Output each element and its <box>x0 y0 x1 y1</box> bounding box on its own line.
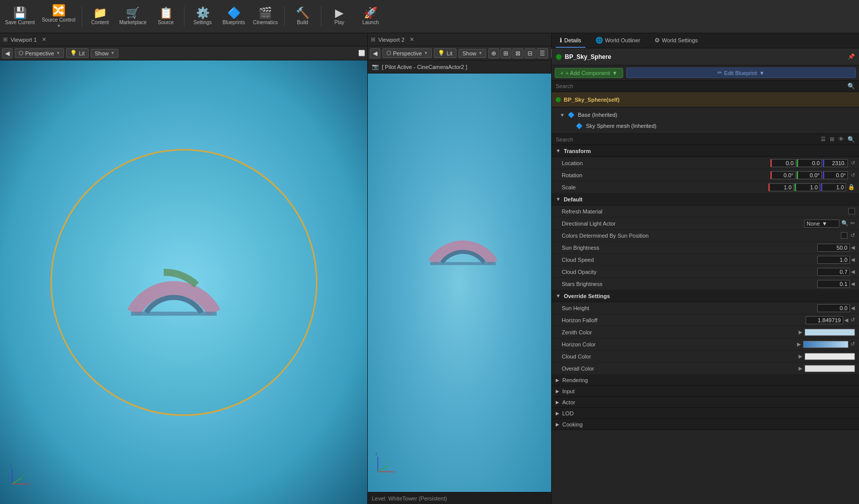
sun-height-input[interactable] <box>817 304 850 312</box>
input-section[interactable]: ▶ Input <box>552 386 859 397</box>
sun-brightness-input[interactable] <box>817 244 850 252</box>
cinematics-button[interactable]: 🎬 Cinematics <box>250 2 281 32</box>
cloud-opacity-slider-icon[interactable]: ◀ <box>851 269 855 274</box>
horizon-falloff-input[interactable] <box>806 316 843 324</box>
stars-brightness-slider-icon[interactable]: ◀ <box>851 281 855 286</box>
viewport-1-show-button[interactable]: Show ▼ <box>91 49 118 58</box>
colors-sun-label: Colors Determined By Sun Position <box>562 233 839 239</box>
launch-button[interactable]: 🚀 Launch <box>356 2 386 32</box>
svg-text:Z: Z <box>375 452 378 456</box>
viewport-2-action-icons: ⊕ ⊞ ⊠ ⊟ ☰ <box>488 48 548 58</box>
rotation-x-input[interactable] <box>770 171 796 179</box>
viewport-1-lit-button[interactable]: 💡 Lit <box>66 48 89 58</box>
directional-light-edit-icon[interactable]: ✏ <box>850 220 855 227</box>
sun-brightness-slider-icon[interactable]: ◀ <box>851 245 855 250</box>
refresh-material-checkbox[interactable] <box>848 208 855 214</box>
source-button[interactable]: 📋 Source <box>151 2 181 32</box>
cloud-speed-input[interactable] <box>817 256 850 264</box>
sun-height-slider-icon[interactable]: ◀ <box>851 305 855 311</box>
colors-sun-reset[interactable]: ↺ <box>850 232 855 239</box>
rotation-z-input[interactable] <box>823 171 848 179</box>
directional-light-dropdown[interactable]: None ▼ <box>804 220 839 228</box>
cooking-label: Cooking <box>562 421 582 427</box>
edit-blueprint-button[interactable]: ✏ Edit Blueprint ▼ <box>626 67 856 78</box>
scale-x-input[interactable] <box>768 183 794 191</box>
settings-button[interactable]: ⚙️ Settings <box>187 2 218 32</box>
play-button[interactable]: ▶ Play <box>324 2 355 32</box>
actor-section[interactable]: ▶ Actor <box>552 397 859 408</box>
cooking-section[interactable]: ▶ Cooking <box>552 419 859 430</box>
prop-search-input[interactable] <box>556 136 817 142</box>
horizon-color-label: Horizon Color <box>562 341 795 347</box>
viewport-1-perspective-button[interactable]: ⬡ Perspective ▼ <box>15 48 64 58</box>
prop-list-view-icon[interactable]: ☰ <box>819 135 827 143</box>
location-z-input[interactable] <box>823 159 848 167</box>
location-y-input[interactable] <box>797 159 822 167</box>
overall-color-expand-icon[interactable]: ▶ <box>799 366 803 371</box>
add-component-button[interactable]: + + Add Component ▼ <box>555 68 623 78</box>
horizon-color-expand-icon[interactable]: ▶ <box>797 341 801 347</box>
location-x-input[interactable] <box>770 159 796 167</box>
transform-title: Transform <box>564 148 591 154</box>
viewport-1-maximize-button[interactable]: ⬜ <box>358 50 365 56</box>
horizon-color-reset[interactable]: ↺ <box>850 341 855 347</box>
component-search-input[interactable] <box>556 83 845 89</box>
viewport-2-close-button[interactable]: ✕ <box>410 36 414 43</box>
horizon-falloff-slider-icon[interactable]: ◀ <box>844 317 848 323</box>
cloud-color-swatch[interactable] <box>805 353 855 360</box>
viewport-2-perspective-button[interactable]: ⬡ Perspective ▼ <box>382 48 432 58</box>
prop-eye-icon[interactable]: 👁 <box>837 135 845 143</box>
viewport-1-nav-button[interactable]: ◀ <box>2 48 13 58</box>
rotation-reset-button[interactable]: ↺ <box>851 172 855 178</box>
search-icon: 🔍 <box>847 83 855 90</box>
viewport-2-nav-button[interactable]: ◀ <box>370 48 380 58</box>
zenith-color-swatch[interactable] <box>805 329 855 336</box>
rotation-y-input[interactable] <box>797 171 822 179</box>
cloud-opacity-input[interactable] <box>817 268 850 276</box>
scale-y-input[interactable] <box>795 183 820 191</box>
tab-world-settings[interactable]: ⚙ World Settings <box>650 33 702 48</box>
transform-section-header[interactable]: ▼ Transform <box>552 145 859 157</box>
viewport-2-show-button[interactable]: Show ▼ <box>458 49 486 58</box>
zenith-color-row: Zenith Color ▶ <box>552 326 859 338</box>
vp2-action-3[interactable]: ⊠ <box>512 48 523 58</box>
cloud-speed-slider-icon[interactable]: ◀ <box>851 257 855 262</box>
colors-sun-row: Colors Determined By Sun Position ↺ <box>552 230 859 242</box>
tree-item-sky-mesh[interactable]: 🔷 Sky Sphere mesh (Inherited) <box>552 120 859 131</box>
directional-light-search-icon[interactable]: 🔍 <box>841 220 848 227</box>
vp2-action-1[interactable]: ⊕ <box>488 48 499 58</box>
viewport-2-canvas[interactable]: X Z Y <box>368 74 551 492</box>
vp2-action-4[interactable]: ⊟ <box>524 48 536 58</box>
scale-z-input[interactable] <box>821 183 846 191</box>
marketplace-button[interactable]: 🛒 Marketplace <box>116 2 150 32</box>
rendering-arrow: ▶ <box>556 378 559 383</box>
viewport-2-lit-button[interactable]: 💡 Lit <box>434 48 456 58</box>
colors-sun-checkbox[interactable] <box>841 232 847 239</box>
tab-world-outliner[interactable]: 🌐 World Outliner <box>591 33 644 48</box>
rendering-section[interactable]: ▶ Rendering <box>552 375 859 386</box>
viewport-1-close-button[interactable]: ✕ <box>42 36 46 43</box>
horizon-color-swatch[interactable] <box>803 341 848 348</box>
tree-item-base[interactable]: ▼ 🔷 Base (Inherited) <box>552 109 859 120</box>
overall-color-swatch[interactable] <box>805 365 855 372</box>
vp2-action-2[interactable]: ⊞ <box>500 48 511 58</box>
default-section-header[interactable]: ▼ Default <box>552 193 859 205</box>
tab-details[interactable]: ℹ Details <box>556 33 585 48</box>
location-reset-button[interactable]: ↺ <box>851 160 855 166</box>
override-section-header[interactable]: ▼ Override Settings <box>552 290 859 302</box>
save-current-button[interactable]: 💾 Save Current <box>2 2 38 32</box>
lod-section[interactable]: ▶ LOD <box>552 408 859 419</box>
viewport-1-canvas[interactable]: X Z Y <box>0 60 367 504</box>
content-button[interactable]: 📁 Content <box>85 2 115 32</box>
prop-grid-view-icon[interactable]: ⊞ <box>828 135 836 143</box>
stars-brightness-input[interactable] <box>817 280 850 288</box>
zenith-color-expand-icon[interactable]: ▶ <box>799 329 803 335</box>
source-control-button[interactable]: 🔀 Source Control ▼ <box>39 2 79 32</box>
vp2-action-5[interactable]: ☰ <box>537 48 548 58</box>
self-row[interactable]: BP_Sky_Sphere(self) <box>552 92 859 107</box>
horizon-falloff-reset[interactable]: ↺ <box>850 317 855 323</box>
build-button[interactable]: 🔨 Build <box>288 2 318 32</box>
blueprints-button[interactable]: 🔷 Blueprints <box>219 2 249 32</box>
scale-lock-icon[interactable]: 🔒 <box>848 184 855 190</box>
cloud-color-expand-icon[interactable]: ▶ <box>799 353 803 359</box>
